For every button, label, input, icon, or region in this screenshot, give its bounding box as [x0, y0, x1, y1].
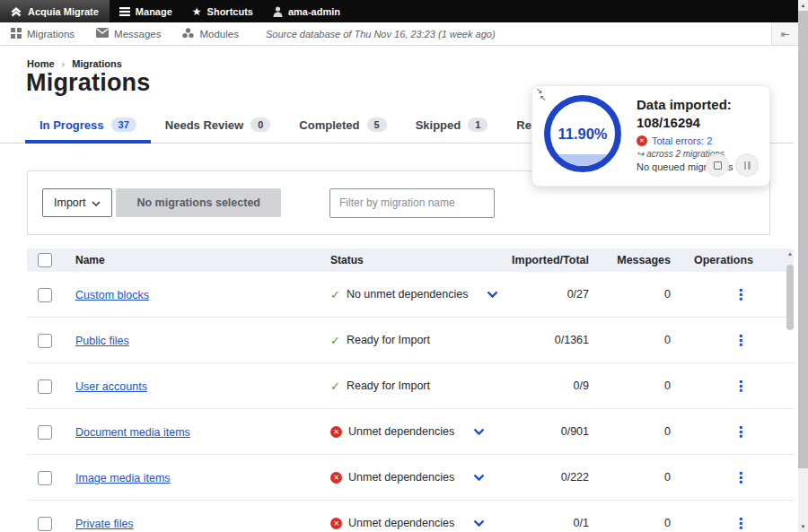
select-all-checkbox[interactable] — [38, 253, 52, 267]
table-row: Private files ✓ ✕ Unmet dependencies 0/1… — [27, 501, 794, 532]
data-imported-count: 108/16294 — [637, 114, 768, 132]
migration-link[interactable]: Public files — [75, 335, 129, 347]
total-errors-link[interactable]: Total errors: 2 — [652, 135, 712, 146]
page-scrollbar[interactable]: ▲ ▼ — [798, 0, 808, 532]
operations-menu-button[interactable]: ⋮ — [733, 424, 748, 440]
stop-icon — [714, 161, 722, 170]
table-row: User accounts ✓ ✕ Ready for Import 0/9 0… — [27, 363, 794, 409]
status-ok-icon: ✓ — [330, 334, 340, 347]
error-icon: ✕ — [637, 135, 647, 146]
table-row: Document media items ✓ ✕ Unmet dependenc… — [27, 409, 794, 455]
row-checkbox[interactable] — [38, 288, 52, 302]
row-checkbox[interactable] — [38, 334, 52, 348]
scrollbar-up-icon[interactable]: ▲ — [798, 3, 808, 8]
imported-total-value: 0/222 — [504, 471, 589, 484]
table-scrollbar[interactable]: ▲ — [786, 250, 794, 330]
admin-item-manage[interactable]: Manage — [110, 0, 182, 22]
status-label: Unmet dependencies — [348, 517, 454, 529]
user-icon — [273, 6, 283, 17]
scrollbar-up-icon[interactable]: ▲ — [786, 250, 794, 257]
tab-count-badge: 0 — [250, 118, 270, 132]
tab-in-progress[interactable]: In Progress 37 — [25, 109, 151, 144]
operations-menu-button[interactable]: ⋮ — [733, 379, 748, 394]
imported-total-value: 0/1361 — [504, 334, 589, 346]
toolbar-item-migrations[interactable]: Migrations — [0, 28, 85, 40]
migration-link[interactable]: Document media items — [75, 426, 190, 439]
imported-total-value: 0/27 — [504, 288, 589, 301]
admin-item-shortcuts[interactable]: ★ Shortcuts — [182, 0, 263, 22]
row-checkbox[interactable] — [38, 425, 52, 440]
tab-completed[interactable]: Completed 5 — [285, 109, 400, 144]
operations-menu-button[interactable]: ⋮ — [733, 470, 748, 485]
row-checkbox[interactable] — [38, 517, 52, 531]
star-icon: ★ — [192, 5, 202, 18]
status-label: Ready for Import — [347, 334, 430, 346]
breadcrumb: Home › Migrations — [27, 58, 122, 69]
page-title: Migrations — [26, 69, 151, 97]
operations-menu-button[interactable]: ⋮ — [733, 333, 748, 348]
table-header: Name Status Imported/Total Messages Oper… — [27, 249, 794, 272]
header-name: Name — [75, 254, 330, 266]
data-imported-heading: Data imported: — [637, 96, 768, 114]
operations-menu-button[interactable]: ⋮ — [733, 287, 748, 302]
admin-item-user[interactable]: ama-admin — [263, 0, 350, 22]
migration-filter-input[interactable] — [329, 188, 495, 218]
collapse-left-icon: ⇤ — [780, 28, 789, 40]
header-messages: Messages — [589, 254, 671, 266]
chevron-down-icon[interactable] — [487, 288, 498, 301]
toolbar-collapse-button[interactable]: ⇤ — [771, 22, 798, 45]
migration-link[interactable]: Private files — [75, 518, 134, 530]
pause-icon — [744, 161, 751, 170]
migrations-table: Name Status Imported/Total Messages Oper… — [27, 249, 794, 532]
table-body: Custom blocks ✓ ✕ No unmet dependencies … — [27, 272, 794, 532]
table-scrollbar-thumb[interactable] — [786, 265, 794, 330]
operations-menu-button[interactable]: ⋮ — [733, 516, 748, 531]
breadcrumb-current: Migrations — [72, 58, 122, 69]
source-database-note: Source database of Thu Nov 16, 23:23 (1 … — [266, 29, 496, 39]
scope-arrow-icon: ↪ — [637, 149, 644, 159]
status-label: Unmet dependencies — [348, 471, 454, 484]
toolbar-item-messages[interactable]: Messages — [85, 28, 171, 39]
resize-handle-icon[interactable]: ↘ ↖ — [536, 87, 550, 103]
imported-total-value: 0/1 — [504, 517, 589, 529]
status-label: Ready for Import — [347, 379, 430, 392]
admin-bar-brand[interactable]: Acquia Migrate — [0, 0, 110, 22]
selection-status-button: No migrations selected — [116, 188, 281, 217]
breadcrumb-home[interactable]: Home — [27, 58, 55, 69]
status-error-icon: ✕ — [330, 518, 342, 529]
messages-count: 0 — [589, 517, 671, 529]
import-dropdown-button[interactable]: Import — [42, 188, 112, 217]
header-operations: Operations — [671, 254, 753, 266]
messages-count: 0 — [589, 379, 671, 392]
progress-ring: 11.90% — [544, 95, 621, 172]
toolbar-item-modules[interactable]: Modules — [171, 28, 249, 40]
row-checkbox[interactable] — [38, 379, 52, 394]
chevron-down-icon[interactable] — [473, 471, 485, 484]
envelope-icon — [96, 28, 109, 39]
tab-count-badge: 37 — [111, 118, 136, 132]
scrollbar-down-icon[interactable]: ▼ — [798, 524, 808, 529]
chevron-down-icon[interactable] — [473, 517, 485, 529]
chevron-down-icon — [92, 196, 101, 209]
messages-count: 0 — [589, 471, 671, 484]
tab-count-badge: 1 — [468, 118, 487, 132]
migration-link[interactable]: Custom blocks — [75, 289, 149, 301]
header-status: Status — [330, 254, 504, 266]
pause-button[interactable] — [735, 153, 759, 177]
tab-skipped[interactable]: Skipped 1 — [401, 109, 503, 144]
double-chevron-up-icon — [11, 6, 22, 17]
row-checkbox[interactable] — [38, 471, 52, 485]
hamburger-icon — [119, 7, 130, 16]
page-scrollbar-thumb[interactable] — [798, 11, 808, 468]
modules-icon — [182, 28, 194, 40]
brand-label: Acquia Migrate — [28, 6, 99, 17]
migration-link[interactable]: User accounts — [75, 380, 147, 393]
grid-icon — [11, 28, 22, 40]
stop-button[interactable] — [706, 153, 729, 177]
chevron-down-icon[interactable] — [473, 425, 485, 438]
status-label: Unmet dependencies — [348, 425, 454, 438]
migration-link[interactable]: Image media items — [75, 472, 171, 484]
imported-total-value: 0/9 — [504, 379, 589, 392]
table-row: Custom blocks ✓ ✕ No unmet dependencies … — [27, 272, 794, 318]
tab-needs-review[interactable]: Needs Review 0 — [151, 109, 285, 144]
